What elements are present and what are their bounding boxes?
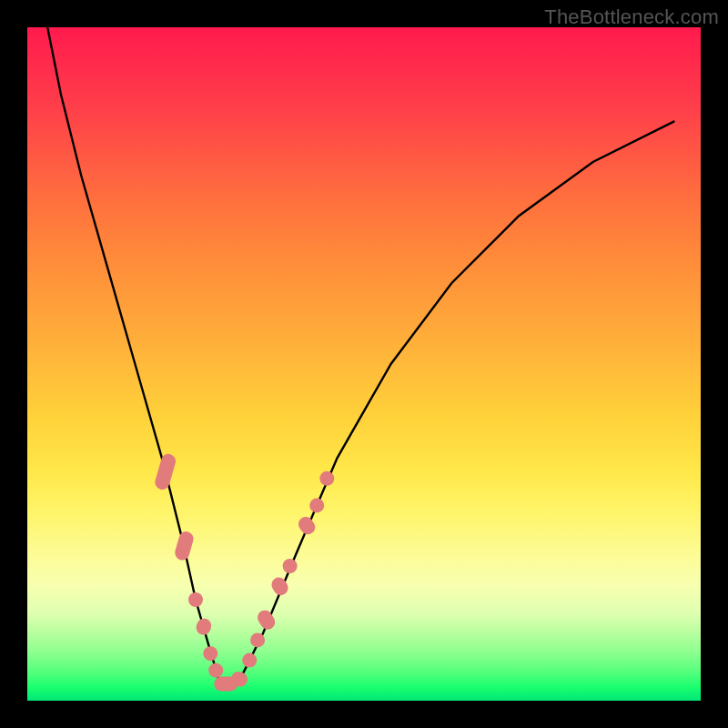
chart-frame: TheBottleneck.com [0,0,728,728]
marker-dot [188,592,203,607]
marker-pill [153,452,177,491]
marker-dot [208,663,223,678]
chart-svg [27,27,701,701]
markers-layer [153,452,334,692]
marker-pill [296,514,318,538]
bottleneck-curve [47,27,673,684]
marker-pill [173,530,195,561]
plot-area [27,27,701,701]
marker-dot [283,559,298,573]
marker-pill [255,608,278,632]
marker-dot [203,646,217,661]
marker-dot [309,498,324,512]
watermark-text: TheBottleneck.com [544,5,719,29]
marker-dot [319,471,334,486]
curve-layer [47,27,673,684]
marker-pill [195,617,214,637]
marker-pill [268,574,290,597]
marker-dot [250,632,265,647]
marker-dot [242,653,257,668]
